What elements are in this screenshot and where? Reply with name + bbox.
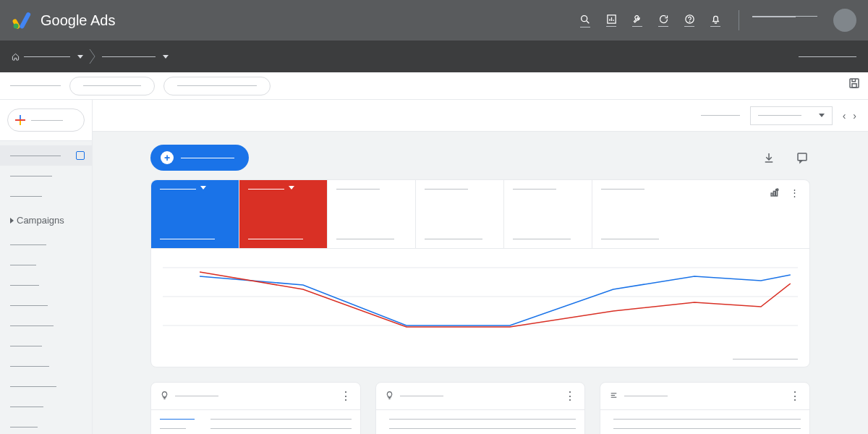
sidebar-item[interactable] [0, 315, 92, 336]
sidebar-item[interactable] [0, 356, 92, 376]
lightbulb-icon [160, 391, 169, 402]
metric-selector-row [151, 180, 809, 249]
notifications-icon[interactable] [705, 14, 726, 27]
account-id-placeholder [752, 17, 796, 17]
chevron-down-icon [200, 186, 206, 190]
insight-card-1: ⋮ [150, 382, 361, 434]
sidebar-item[interactable] [0, 295, 92, 315]
new-button[interactable] [7, 109, 85, 132]
card-menu-icon[interactable]: ⋮ [340, 389, 352, 403]
google-ads-logo-icon [12, 10, 32, 30]
metric-tile-2[interactable] [239, 180, 328, 248]
header-divider [739, 10, 739, 30]
insight-text [613, 428, 801, 429]
insight-card-3: ⋮ [600, 382, 810, 434]
plus-icon: + [161, 151, 174, 164]
sidebar-item[interactable] [0, 186, 92, 206]
brand-block: Google Ads [12, 10, 115, 30]
insight-card-2: ⋮ [375, 382, 586, 434]
sidebar-item[interactable] [0, 166, 92, 186]
expand-chart-icon[interactable] [768, 187, 780, 201]
performance-line-chart [163, 260, 798, 354]
date-range-selector[interactable] [750, 106, 833, 125]
chevron-down-icon [819, 114, 825, 117]
insight-text [160, 428, 186, 429]
metric-tile-3[interactable] [328, 180, 416, 248]
sidebar-item[interactable] [0, 234, 92, 255]
sidebar-item[interactable] [0, 396, 92, 417]
save-layout-icon[interactable] [848, 77, 861, 90]
insight-text [389, 419, 576, 420]
feedback-icon[interactable] [794, 150, 810, 166]
card-menu-icon[interactable]: ⋮ [789, 389, 801, 403]
svg-point-3 [582, 15, 587, 21]
svg-rect-17 [773, 191, 775, 196]
metric-tile-6[interactable] [592, 180, 681, 248]
performance-card: ⋮ [150, 179, 810, 367]
insight-text [613, 419, 801, 420]
refresh-icon[interactable] [653, 14, 673, 27]
breadcrumb-bar [0, 41, 868, 72]
chevron-down-icon [163, 55, 169, 59]
breadcrumb-separator-icon [89, 48, 96, 64]
date-range-label [758, 115, 801, 116]
breadcrumb-level1[interactable] [102, 55, 169, 59]
reports-icon[interactable] [601, 14, 621, 27]
metric-tile-4[interactable] [416, 180, 504, 248]
insight-text [210, 419, 352, 420]
svg-point-2 [14, 23, 19, 28]
sidebar-section-campaigns[interactable]: Campaigns [0, 210, 92, 230]
main-content: ‹ › + [93, 100, 868, 434]
new-button-label [31, 120, 63, 121]
metric-tile-1[interactable] [151, 180, 239, 248]
help-icon[interactable] [679, 14, 699, 27]
lightbulb-icon [385, 391, 394, 402]
tab-bar [0, 72, 868, 100]
search-icon[interactable] [575, 14, 595, 27]
sidebar-item-overview[interactable] [0, 145, 92, 166]
chart-footer-label [733, 359, 798, 359]
tab-pill-2[interactable] [163, 77, 271, 95]
breadcrumb-root[interactable] [12, 53, 83, 61]
toolbar-label [701, 115, 740, 116]
tab-pill-1[interactable] [69, 77, 155, 95]
svg-rect-15 [798, 153, 807, 161]
sidebar: Campaigns [0, 100, 93, 434]
sidebar-item[interactable] [0, 336, 92, 356]
next-period-button[interactable]: › [853, 110, 856, 122]
header-toolbar [575, 9, 856, 32]
list-icon [609, 391, 618, 402]
plus-icon [15, 115, 25, 125]
sidebar-item[interactable] [0, 275, 92, 295]
chevron-down-icon [289, 186, 294, 190]
metric-tile-5[interactable] [504, 180, 592, 248]
svg-rect-12 [852, 84, 856, 88]
chevron-down-icon [77, 55, 83, 59]
insight-text [210, 428, 352, 429]
chevron-right-icon [10, 218, 14, 224]
home-icon [12, 53, 20, 61]
svg-rect-1 [19, 12, 31, 30]
insight-link[interactable] [160, 419, 195, 420]
app-header: Google Ads [0, 0, 868, 41]
svg-point-10 [689, 21, 690, 22]
new-campaign-button[interactable]: + [150, 145, 249, 171]
card-menu-icon[interactable]: ⋮ [790, 187, 799, 201]
card-menu-icon[interactable]: ⋮ [564, 389, 576, 403]
tools-icon[interactable] [627, 14, 647, 27]
svg-rect-16 [771, 193, 773, 196]
subnav-right-action[interactable] [799, 56, 856, 57]
svg-line-4 [587, 21, 589, 23]
tab-overview[interactable] [10, 85, 61, 86]
sidebar-campaigns-label: Campaigns [17, 215, 64, 226]
sidebar-item[interactable] [0, 376, 92, 396]
prev-period-button[interactable]: ‹ [843, 110, 846, 122]
new-campaign-label [181, 158, 234, 158]
insight-text [389, 428, 576, 429]
brand-name: Google Ads [41, 12, 115, 29]
download-icon[interactable] [761, 150, 777, 166]
content-toolbar: ‹ › [93, 100, 868, 132]
avatar[interactable] [833, 9, 856, 32]
sidebar-item[interactable] [0, 255, 92, 275]
sidebar-item[interactable] [0, 417, 92, 434]
